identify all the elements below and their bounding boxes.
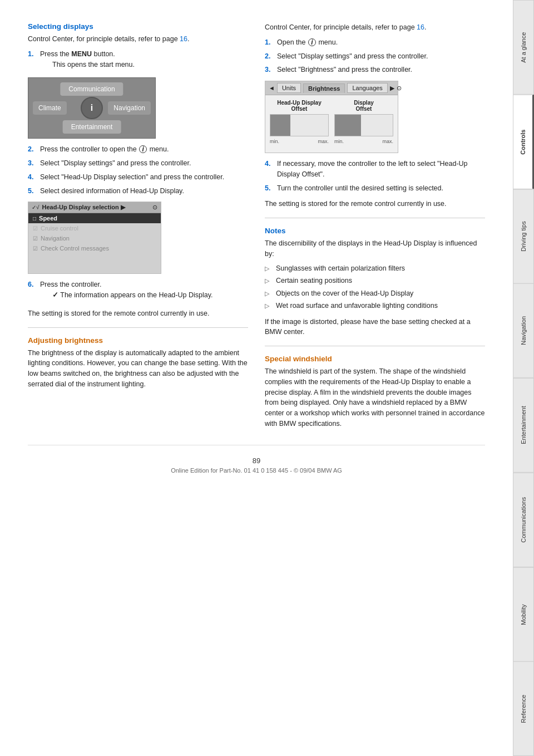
bullet-objects: ▷ Objects on the cover of the Head-Up Di…: [265, 289, 485, 299]
hud-header: ✓√ Head-Up Display selection ▶ ⊙: [28, 202, 161, 213]
divider-right: [265, 218, 485, 218]
hud-item-speed: □ Speed: [28, 213, 161, 223]
right-intro: Control Center, for principle details, r…: [265, 22, 485, 33]
menu-item-communication: Communication: [60, 82, 123, 96]
notes-intro: The discernibility of the displays in th…: [265, 238, 485, 259]
menu-item-entertainment: Entertainment: [63, 120, 121, 134]
selecting-displays-step6: 6. Press the controller. ✓ The informati…: [28, 279, 248, 303]
hud-item-navigation: ☑ Navigation: [28, 233, 161, 243]
sidebar-tabs: At a glance Controls Driving tips Naviga…: [513, 0, 534, 756]
menu-item-climate: Climate: [33, 101, 67, 115]
adjusting-brightness-heading: Adjusting brightness: [28, 336, 248, 345]
bullet-seating: ▷ Certain seating positions: [265, 276, 485, 286]
step-6: 6. Press the controller. ✓ The informati…: [28, 279, 248, 303]
divider-left: [28, 327, 248, 328]
brightness-col-display: DisplayOffset min. max.: [334, 100, 393, 144]
hud-selection-image: ✓√ Head-Up Display selection ▶ ⊙ □ Speed…: [28, 202, 161, 274]
sidebar-tab-entertainment[interactable]: Entertainment: [513, 378, 534, 473]
right-step-3: 3. Select "Brightness" and press the con…: [265, 65, 485, 75]
selecting-displays-intro: Control Center, for principle details, r…: [28, 34, 248, 45]
selecting-displays-steps-2-5: 2. Press the controller to open the i me…: [28, 144, 248, 196]
hud-item-check-control: ☑ Check Control messages: [28, 243, 161, 253]
stored-note-right: The setting is stored for the remote con…: [265, 199, 485, 209]
page-number: 89: [28, 456, 485, 465]
right-step-2: 2. Select "Display settings" and press t…: [265, 51, 485, 62]
left-column: Selecting displays Control Center, for p…: [28, 22, 248, 434]
bullet-wet-road: ▷ Wet road surface and unfavorable light…: [265, 301, 485, 311]
idrive-center-button: i: [81, 97, 103, 119]
sidebar-tab-driving-tips[interactable]: Driving tips: [513, 189, 534, 284]
right-step-4: 4. If necessary, move the controller to …: [265, 159, 485, 180]
sidebar-tab-communications[interactable]: Communications: [513, 473, 534, 567]
notes-heading: Notes: [265, 227, 485, 235]
brightness-display-image: ◄ Units Brightness Languages ▶ ⊙ Head-Up…: [265, 81, 398, 153]
right-steps-4-5: 4. If necessary, move the controller to …: [265, 159, 485, 193]
step-2: 2. Press the controller to open the i me…: [28, 144, 248, 155]
notes-closing: If the image is distorted, please have t…: [265, 317, 485, 338]
step-5: 5. Select desired information of Head-Up…: [28, 186, 248, 197]
step-3: 3. Select "Display settings" and press t…: [28, 158, 248, 169]
sidebar-tab-controls[interactable]: Controls: [513, 95, 534, 189]
main-content: Selecting displays Control Center, for p…: [0, 0, 513, 756]
brightness-body: Head-Up DisplayOffset min. max. DisplayO…: [265, 95, 398, 149]
stored-note-left: The setting is stored for the remote con…: [28, 308, 248, 319]
bullet-sunglasses: ▷ Sunglasses with certain polarization f…: [265, 264, 485, 274]
special-windshield-heading: Special windshield: [265, 355, 485, 363]
right-step-1: 1. Open the i menu.: [265, 37, 485, 48]
step-4: 4. Select "Head-Up Display selection" an…: [28, 172, 248, 183]
page-footer: 89 Online Edition for Part-No. 01 41 0 1…: [28, 445, 485, 479]
sidebar-tab-navigation[interactable]: Navigation: [513, 283, 534, 378]
selecting-displays-heading: Selecting displays: [28, 22, 248, 31]
brightness-header: ◄ Units Brightness Languages ▶ ⊙: [265, 81, 398, 95]
notes-bullet-list: ▷ Sunglasses with certain polarization f…: [265, 264, 485, 311]
right-column: Control Center, for principle details, r…: [265, 22, 485, 434]
special-windshield-text: The windshield is part of the system. Th…: [265, 366, 485, 429]
sidebar-tab-mobility[interactable]: Mobility: [513, 567, 534, 662]
divider-special: [265, 346, 485, 346]
idrive-menu-image: Communication Climate i Navigation Enter…: [28, 77, 156, 139]
sidebar-tab-reference[interactable]: Reference: [513, 661, 534, 756]
hud-item-cruise: ☑ Cruise control: [28, 223, 161, 233]
selecting-displays-steps: 1. Press the MENU button. This opens the…: [28, 49, 248, 72]
menu-item-navigation: Navigation: [108, 101, 151, 115]
adjusting-brightness-text: The brightness of the display is automat…: [28, 348, 248, 390]
step-1: 1. Press the MENU button. This opens the…: [28, 49, 248, 72]
right-steps-1-3: 1. Open the i menu. 2. Select "Display s…: [265, 37, 485, 75]
right-step-5: 5. Turn the controller until the desired…: [265, 183, 485, 194]
sidebar-tab-at-a-glance[interactable]: At a glance: [513, 0, 534, 95]
brightness-col-hud: Head-Up DisplayOffset min. max.: [270, 100, 329, 144]
copyright-text: Online Edition for Part-No. 01 41 0 158 …: [28, 467, 485, 474]
